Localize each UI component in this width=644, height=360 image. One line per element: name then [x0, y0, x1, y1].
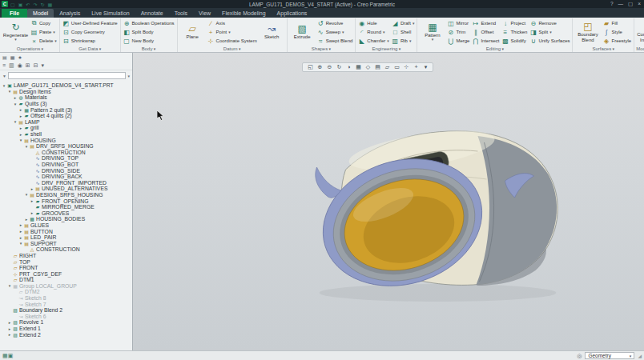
minimize-button[interactable]: — [618, 1, 624, 7]
tree-item-boundary-blend-2[interactable]: ▨Boundary Blend 2 [0, 307, 132, 314]
tree-item-lamp-gu171-demos-v4-start-prt[interactable]: ▾▣LAMP_GU171_DEMOS_V4_START.PRT [0, 82, 132, 89]
view-manager-icon[interactable]: ▤ [373, 64, 381, 70]
tab-model[interactable]: Model [27, 9, 54, 18]
shading-style-icon[interactable]: ◑ [344, 64, 352, 70]
solidify-button[interactable]: ▩Solidify [501, 37, 528, 46]
revolve-button[interactable]: ↺Revolve [316, 19, 354, 28]
repaint-icon[interactable]: ↻ [335, 64, 343, 70]
tab-tools[interactable]: Tools [169, 9, 193, 18]
unify-surfaces-button[interactable]: ∪Unify Surfaces [529, 37, 570, 46]
tab-analysis[interactable]: Analysis [54, 9, 86, 18]
tree-item-design-items[interactable]: ▾▤Design Items [0, 89, 132, 95]
rib-button[interactable]: ▥Rib▾ [391, 37, 416, 46]
intersect-button[interactable]: ⋂Intersect [471, 37, 500, 46]
tree-settings-icon[interactable]: ▾ [42, 62, 45, 69]
plane-button[interactable]: ▱Plane [179, 24, 206, 39]
graphics-options-icon[interactable]: ▾ [421, 64, 429, 70]
group-label-datum[interactable]: Datum ▾ [179, 46, 285, 52]
group-label-surfaces[interactable]: Surfaces ▾ [574, 46, 632, 52]
offset-button[interactable]: ∥Offset [471, 28, 500, 37]
tree-columns-icon[interactable]: ▥ [9, 62, 14, 69]
tree-item-shell[interactable]: ▸▰shell [0, 131, 132, 138]
tree-item-driving-back[interactable]: ∿DRIVING_BACK [0, 174, 132, 180]
trim-button[interactable]: ⊘Trim [446, 28, 470, 37]
tree-item-front-opening[interactable]: ▸▰FRONT_OPENING [0, 198, 132, 204]
tab-live-simulation[interactable]: Live Simulation [86, 9, 135, 18]
dragger-icon[interactable]: + [412, 64, 420, 70]
shell-button[interactable]: □Shell [391, 28, 416, 37]
coordinate-system-button[interactable]: ⊹Coordinate System [207, 37, 258, 46]
tree-item-group-local-group[interactable]: ▾▦Group LOCAL_GROUP [0, 283, 132, 290]
remove-button[interactable]: ⊖Remove [529, 19, 570, 28]
group-label-model-intent[interactable]: Model Intent ▾ [636, 46, 644, 52]
tree-item-front[interactable]: ▱FRONT [0, 265, 132, 271]
project-button[interactable]: ↓Project [501, 19, 528, 28]
datum-display-icon[interactable]: ▱ [383, 64, 391, 70]
tree-item-lamp[interactable]: ▾▤LAMP [0, 119, 132, 126]
group-label-editing[interactable]: Editing ▾ [419, 46, 570, 52]
tab-flexible-modeling[interactable]: Flexible Modeling [216, 9, 271, 18]
tree-item-housing-bodies[interactable]: ▸▩HOUSING_BODIES [0, 216, 132, 222]
user-defined-feature-button[interactable]: ◩User-Defined Feature [62, 19, 119, 28]
refit-icon[interactable]: ◱ [306, 64, 314, 70]
folder-browser-tab-icon[interactable]: ▦ [10, 54, 15, 60]
tree-item-offset-4-quilts-2[interactable]: ▸▰Offset 4 quilts (2) [0, 113, 132, 119]
tree-item-construction[interactable]: ◬CONSTRUCTION [0, 150, 132, 156]
tree-item-unused-alternatives[interactable]: ▸▤UNUSED_ALTERNATIVES [0, 186, 132, 192]
tree-item-drv-srfs-housing[interactable]: ▾▤DRV_SRFS_HOUSING [0, 143, 132, 150]
tab-applications[interactable]: Applications [272, 9, 313, 18]
tree-item-led-pair[interactable]: ▸▤LED_PAIR [0, 234, 132, 241]
swept-blend-button[interactable]: ≈Swept Blend [316, 37, 354, 46]
status-info-icon[interactable]: ▣ [8, 353, 14, 358]
group-label-engineering[interactable]: Engineering ▾ [357, 46, 415, 52]
tree-item-construction[interactable]: ◬CONSTRUCTION [0, 246, 132, 253]
pattern-button[interactable]: ▦Pattern▾ [419, 22, 445, 42]
component-interface-button[interactable]: ⊞Component Interface [636, 22, 644, 42]
tree-item-support[interactable]: ▾▤SUPPORT [0, 240, 132, 246]
tree-item-dtm1[interactable]: ▱DTM1 [0, 277, 132, 283]
group-label-shapes[interactable]: Shapes ▾ [289, 46, 354, 52]
filter-dropdown-icon[interactable]: ▾ [127, 74, 130, 78]
draft-button[interactable]: ◢Draft▾ [391, 19, 416, 28]
tree-item-glues[interactable]: ▸▤GLUES [0, 222, 132, 229]
window-icon[interactable]: ▦ [47, 2, 52, 7]
status-model-icon[interactable]: ▦ [2, 353, 8, 358]
tree-item-button[interactable]: ▸▤BUTTON [0, 228, 132, 234]
regenerate-icon[interactable]: ↻ [40, 2, 44, 7]
selection-filter-icon[interactable]: ◎ [577, 353, 582, 358]
tree-item-sketch-8[interactable]: ↝Sketch 8 [0, 295, 132, 302]
tree-item-housing[interactable]: ▾▤HOUSING [0, 137, 132, 143]
paste-button[interactable]: ▤Paste▾ [30, 28, 58, 37]
expand-all-icon[interactable]: ⊞ [26, 62, 30, 69]
close-button[interactable]: × [638, 1, 641, 7]
tree-item-right[interactable]: ▱RIGHT [0, 253, 132, 259]
group-label-operations[interactable]: Operations ▾ [2, 46, 58, 52]
sketch-button[interactable]: ↝Sketch [259, 24, 285, 39]
tree-item-driving-side[interactable]: ∿DRIVING_SIDE [0, 167, 132, 174]
tree-item-sketch-6[interactable]: ↝Sketch 6 [0, 314, 132, 320]
split-body-button[interactable]: ◧Split Body [123, 28, 175, 37]
new-file-icon[interactable]: ▢ [10, 2, 15, 7]
extend-button[interactable]: ↦Extend [471, 19, 500, 28]
shrinkwrap-button[interactable]: ⊟Shrinkwrap [62, 37, 119, 46]
saved-orientations-icon[interactable]: ◇ [364, 64, 372, 70]
tree-item-prt-csys-def[interactable]: ⊹PRT_CSYS_DEF [0, 270, 132, 277]
freestyle-button[interactable]: ◈Freestyle [602, 37, 632, 46]
new-body-button[interactable]: ▢New Body [123, 37, 175, 46]
tree-item-driving-top[interactable]: ∿DRIVING_TOP [0, 155, 132, 162]
model-tree-tab-icon[interactable]: ▤ [2, 54, 7, 60]
regenerate-button[interactable]: ↻Regenerate▾ [2, 22, 29, 42]
sweep-button[interactable]: ∿Sweep▾ [316, 28, 354, 37]
undo-icon[interactable]: ↶ [26, 2, 30, 7]
zoom-out-icon[interactable]: ⊖ [325, 64, 333, 70]
tree-item-dtm2[interactable]: ▱DTM2 [0, 289, 132, 295]
extrude-button[interactable]: ▧Extrude [289, 24, 316, 39]
tree-item-drv-front-imported[interactable]: ∿DRV_FRONT_IMPORTED [0, 180, 132, 186]
display-style-icon[interactable]: ▦ [354, 64, 362, 70]
tree-item-quilts-3[interactable]: ▾▰Quilts (3) [0, 101, 132, 107]
copy-button[interactable]: ⧉Copy [30, 19, 58, 28]
mirror-button[interactable]: ◫Mirror [446, 19, 470, 28]
split-button[interactable]: ◨Split▾ [529, 28, 570, 37]
show-options-icon[interactable]: ◉ [18, 62, 22, 69]
tree-item-pattern-2-quilt-3[interactable]: ▸▦Pattern 2 quilt (3) [0, 106, 132, 113]
